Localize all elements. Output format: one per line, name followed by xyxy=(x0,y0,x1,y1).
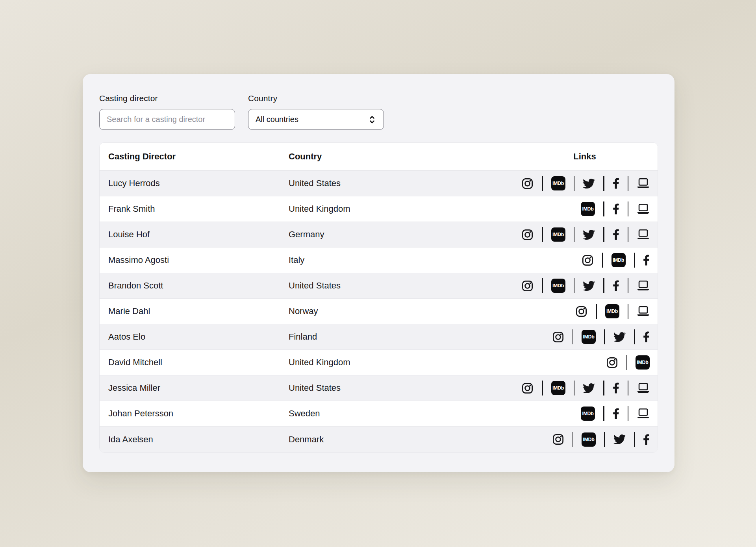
director-filter-group: Casting director xyxy=(99,94,235,130)
links-cell: IMDb xyxy=(520,278,650,293)
imdb-icon[interactable]: IMDb xyxy=(551,381,565,395)
director-name: Jessica Miller xyxy=(108,383,289,393)
country-filter-group: Country All countries xyxy=(248,94,384,130)
facebook-icon[interactable] xyxy=(613,203,619,215)
website-icon[interactable] xyxy=(637,305,650,317)
instagram-icon[interactable] xyxy=(521,229,534,241)
link-divider xyxy=(628,304,629,319)
imdb-icon[interactable]: IMDb xyxy=(605,304,619,318)
imdb-badge-label: IMDb xyxy=(551,227,565,242)
link-divider xyxy=(573,432,574,447)
instagram-icon[interactable] xyxy=(521,382,534,394)
links-cell: IMDb xyxy=(520,329,650,344)
imdb-icon[interactable]: IMDb xyxy=(582,330,596,344)
link-divider xyxy=(634,432,635,447)
link-divider xyxy=(628,176,629,191)
imdb-icon[interactable]: IMDb xyxy=(551,227,565,242)
website-icon[interactable] xyxy=(637,408,650,419)
link-divider xyxy=(573,329,574,344)
instagram-icon[interactable] xyxy=(575,305,587,318)
link-divider xyxy=(602,253,603,268)
website-icon[interactable] xyxy=(637,280,650,292)
website-icon[interactable] xyxy=(637,229,650,240)
links-cell: IMDb xyxy=(520,201,650,216)
link-divider xyxy=(603,278,604,293)
links-cell: IMDb xyxy=(520,406,650,421)
link-divider xyxy=(628,278,629,293)
twitter-icon[interactable] xyxy=(583,177,595,190)
facebook-icon[interactable] xyxy=(643,434,650,445)
twitter-icon[interactable] xyxy=(613,433,626,445)
table-row: Ida Axelsen Denmark IMDb xyxy=(100,427,658,452)
instagram-icon[interactable] xyxy=(521,280,534,292)
director-country: United States xyxy=(289,281,520,291)
imdb-icon[interactable]: IMDb xyxy=(551,279,565,293)
director-country: United Kingdom xyxy=(289,204,520,214)
twitter-icon[interactable] xyxy=(613,331,626,343)
imdb-icon[interactable]: IMDb xyxy=(582,432,596,447)
link-divider xyxy=(628,227,629,242)
imdb-badge-label: IMDb xyxy=(551,279,565,293)
link-divider xyxy=(634,329,635,344)
director-country: Sweden xyxy=(289,408,520,419)
facebook-icon[interactable] xyxy=(613,229,619,240)
links-cell: IMDb xyxy=(520,381,650,395)
instagram-icon[interactable] xyxy=(582,254,594,266)
instagram-icon[interactable] xyxy=(606,357,618,369)
facebook-icon[interactable] xyxy=(613,382,619,394)
instagram-icon[interactable] xyxy=(521,177,534,190)
link-divider xyxy=(626,355,628,370)
casting-directors-table: Casting Director Country Links Lucy Herr… xyxy=(99,142,658,453)
link-divider xyxy=(542,176,543,191)
link-divider xyxy=(628,201,629,216)
imdb-icon[interactable]: IMDb xyxy=(636,355,650,370)
links-cell: IMDb xyxy=(520,253,650,268)
table-row: Marie Dahl Norway IMDb xyxy=(100,299,658,324)
facebook-icon[interactable] xyxy=(613,177,619,189)
link-divider xyxy=(574,381,575,395)
director-country: United States xyxy=(289,178,520,188)
twitter-icon[interactable] xyxy=(583,280,595,292)
imdb-icon[interactable]: IMDb xyxy=(551,176,565,190)
website-icon[interactable] xyxy=(637,382,650,394)
link-divider xyxy=(603,227,604,242)
director-search-input[interactable] xyxy=(99,109,235,130)
link-divider xyxy=(574,176,575,191)
table-row: Johan Petersson Sweden IMDb xyxy=(100,401,658,427)
links-cell: IMDb xyxy=(520,304,650,319)
website-icon[interactable] xyxy=(637,203,650,215)
twitter-icon[interactable] xyxy=(583,382,595,394)
instagram-icon[interactable] xyxy=(552,331,564,343)
facebook-icon[interactable] xyxy=(643,254,650,266)
director-country: Italy xyxy=(289,255,520,265)
imdb-icon[interactable]: IMDb xyxy=(581,202,595,216)
director-name: Brandon Scott xyxy=(108,281,289,291)
link-divider xyxy=(628,406,629,421)
facebook-icon[interactable] xyxy=(613,280,619,292)
facebook-icon[interactable] xyxy=(643,331,650,343)
table-row: David Mitchell United Kingdom IMDb xyxy=(100,350,658,375)
director-country: United Kingdom xyxy=(289,357,520,368)
imdb-icon[interactable]: IMDb xyxy=(611,253,626,267)
table-row: Brandon Scott United States IMDb xyxy=(100,273,658,299)
link-divider xyxy=(603,406,604,421)
header-country: Country xyxy=(289,152,520,162)
facebook-icon[interactable] xyxy=(613,408,619,419)
link-divider xyxy=(603,381,604,395)
link-divider xyxy=(603,201,604,216)
instagram-icon[interactable] xyxy=(552,433,564,445)
imdb-icon[interactable]: IMDb xyxy=(581,407,595,421)
imdb-badge-label: IMDb xyxy=(582,330,596,344)
twitter-icon[interactable] xyxy=(583,229,595,241)
country-filter-label: Country xyxy=(248,94,384,103)
country-select[interactable]: All countries xyxy=(248,109,384,130)
links-cell: IMDb xyxy=(520,227,650,242)
link-divider xyxy=(596,304,597,319)
director-filter-label: Casting director xyxy=(99,94,235,103)
director-name: Frank Smith xyxy=(108,204,289,214)
table-row: Louise Hof Germany IMDb xyxy=(100,222,658,248)
link-divider xyxy=(542,381,543,395)
link-divider xyxy=(628,381,629,395)
website-icon[interactable] xyxy=(637,177,650,189)
director-name: Aatos Elo xyxy=(108,332,289,342)
